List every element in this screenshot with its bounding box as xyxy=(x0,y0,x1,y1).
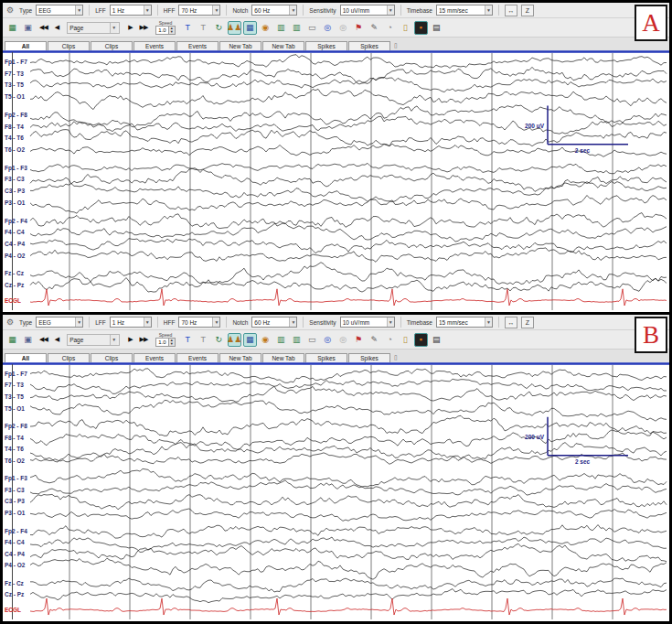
screen-copy-icon[interactable]: ▥ xyxy=(290,333,304,347)
montage-grid-icon[interactable]: ▦ xyxy=(5,21,19,35)
tab-new-tab[interactable]: New Tab xyxy=(262,41,304,50)
tab-clips[interactable]: Clips xyxy=(91,41,133,50)
video-camera-icon[interactable]: ▣ xyxy=(21,21,35,35)
new-tab-page-icon[interactable]: ▯ xyxy=(394,42,398,50)
monitor-icon[interactable]: ▤ xyxy=(430,21,443,35)
monitor-icon[interactable]: ▤ xyxy=(430,333,443,347)
montage-table-icon[interactable]: ▦ xyxy=(243,21,257,35)
timebase-select[interactable]: 15 mm/sec▼ xyxy=(436,5,493,16)
montage-table-icon[interactable]: ▦ xyxy=(243,333,257,347)
settings-gear-icon[interactable]: ⚙ xyxy=(6,317,14,327)
fast-backward-button[interactable]: ◀◀ xyxy=(37,334,50,345)
channel-label: Cz - Pz xyxy=(5,591,24,597)
tab-all[interactable]: All xyxy=(5,353,47,362)
text-tool-icon[interactable]: T xyxy=(197,21,210,35)
spinner-arrows-icon[interactable]: ▲▼ xyxy=(168,27,175,34)
signature-icon[interactable]: ✎ xyxy=(368,21,381,35)
montage-reload-icon[interactable]: ↻ xyxy=(212,21,226,35)
clipboard-icon[interactable]: ▯ xyxy=(399,333,412,347)
notch-select[interactable]: 60 Hz▼ xyxy=(251,5,297,16)
fast-forward-button[interactable]: ▶▶ xyxy=(137,22,151,33)
lff-select[interactable]: 1 Hz▼ xyxy=(110,317,152,328)
previous-page-button[interactable]: ◀ xyxy=(52,334,61,345)
page-select[interactable]: Page▼ xyxy=(67,334,120,346)
tab-all[interactable]: All xyxy=(5,41,47,50)
screen-share-icon[interactable]: ▥ xyxy=(274,333,288,347)
patients-icon[interactable]: ♟♟ xyxy=(228,333,241,347)
annotate-text-icon[interactable]: T xyxy=(181,21,195,35)
annotation-flag-icon[interactable]: ⚑ xyxy=(352,21,366,35)
eeg-trace-F7-T3 xyxy=(30,67,667,84)
tab-events[interactable]: Events xyxy=(133,41,176,50)
speed-control[interactable]: Speed 1.0▲▼ xyxy=(155,21,175,35)
zoom-out-icon[interactable]: ◎ xyxy=(336,333,350,347)
hff-select[interactable]: 70 Hz▼ xyxy=(178,317,220,328)
tab-spikes[interactable]: Spikes xyxy=(305,353,347,362)
text-tool-icon[interactable]: T xyxy=(197,333,210,347)
next-page-button[interactable]: ▶ xyxy=(125,334,134,345)
channel-label: Fp2 - F8 xyxy=(5,423,27,430)
page-select[interactable]: Page▼ xyxy=(67,22,120,34)
eeg-display-area[interactable]: Fp1 - F7F7 - T3T3 - T5T5 - O1Fp2 - F8F8 … xyxy=(3,50,669,312)
eeg-trace-T4-T6 xyxy=(30,443,667,463)
lff-select[interactable]: 1 Hz▼ xyxy=(110,5,152,16)
eeg-display-area[interactable]: Fp1 - F7F7 - T3T3 - T5T5 - O1Fp2 - F8F8 … xyxy=(3,362,669,621)
printer-icon[interactable]: ▭ xyxy=(305,333,319,347)
eeg-trace-Cz-Pz xyxy=(30,589,667,603)
annotate-text-icon[interactable]: T xyxy=(181,333,195,347)
fit-width-button[interactable]: ↔ xyxy=(505,5,517,16)
speed-control[interactable]: Speed 1.0▲▼ xyxy=(155,333,175,347)
signature-icon[interactable]: ✎ xyxy=(368,333,381,347)
eeg-trace-T5-O1 xyxy=(30,89,667,109)
fast-backward-button[interactable]: ◀◀ xyxy=(37,22,50,33)
zoom-in-icon[interactable]: ◎ xyxy=(321,333,335,347)
next-page-button[interactable]: ▶ xyxy=(125,22,134,33)
sensitivity-select[interactable]: 10 uV/mm▼ xyxy=(340,317,395,328)
type-select[interactable]: EEG▼ xyxy=(36,5,83,16)
tab-new-tab[interactable]: New Tab xyxy=(219,41,261,50)
tab-new-tab[interactable]: New Tab xyxy=(219,353,261,362)
tab-clips[interactable]: Clips xyxy=(48,353,90,362)
zoom-in-icon[interactable]: ◎ xyxy=(321,21,335,35)
clock-icon[interactable]: ◔ xyxy=(383,21,397,35)
eeg-trace-Fz-Cz xyxy=(30,263,667,285)
fit-width-button[interactable]: ↔ xyxy=(505,317,517,328)
tab-clips[interactable]: Clips xyxy=(91,353,133,362)
type-select[interactable]: EEG▼ xyxy=(36,317,83,328)
tab-spikes[interactable]: Spikes xyxy=(348,41,390,50)
clock-icon[interactable]: ◔ xyxy=(383,333,397,347)
previous-page-button[interactable]: ◀ xyxy=(52,22,61,33)
record-icon[interactable]: ◉ xyxy=(259,333,272,347)
montage-reload-icon[interactable]: ↻ xyxy=(212,333,226,347)
sticky-note-icon[interactable]: ▪ xyxy=(414,333,428,347)
new-tab-page-icon[interactable]: ▯ xyxy=(394,354,398,362)
video-camera-icon[interactable]: ▣ xyxy=(21,333,35,347)
tab-clips[interactable]: Clips xyxy=(48,41,90,50)
annotation-flag-icon[interactable]: ⚑ xyxy=(352,333,366,347)
sticky-note-icon[interactable]: ▪ xyxy=(414,21,428,35)
hff-select[interactable]: 70 Hz▼ xyxy=(178,5,220,16)
screen-copy-icon[interactable]: ▥ xyxy=(290,21,304,35)
refresh-button[interactable]: Z xyxy=(521,317,534,328)
patients-icon[interactable]: ♟♟ xyxy=(228,21,241,35)
fast-forward-button[interactable]: ▶▶ xyxy=(137,334,151,345)
zoom-out-icon[interactable]: ◎ xyxy=(336,21,350,35)
tab-spikes[interactable]: Spikes xyxy=(305,41,347,50)
tab-events[interactable]: Events xyxy=(176,353,219,362)
notch-select[interactable]: 60 Hz▼ xyxy=(251,317,297,328)
tab-spikes[interactable]: Spikes xyxy=(348,353,390,362)
screen-share-icon[interactable]: ▥ xyxy=(274,21,288,35)
tab-new-tab[interactable]: New Tab xyxy=(262,353,304,362)
spinner-arrows-icon[interactable]: ▲▼ xyxy=(168,339,175,346)
tab-events[interactable]: Events xyxy=(176,41,219,50)
printer-icon[interactable]: ▭ xyxy=(305,21,319,35)
timebase-select[interactable]: 15 mm/sec▼ xyxy=(436,317,493,328)
sensitivity-select[interactable]: 10 uV/mm▼ xyxy=(340,5,395,16)
record-icon[interactable]: ◉ xyxy=(259,21,272,35)
refresh-button[interactable]: Z xyxy=(521,5,534,16)
channel-label: Fp2 - F4 xyxy=(5,528,27,535)
tab-events[interactable]: Events xyxy=(133,353,176,362)
settings-gear-icon[interactable]: ⚙ xyxy=(6,5,14,15)
clipboard-icon[interactable]: ▯ xyxy=(399,21,412,35)
montage-grid-icon[interactable]: ▦ xyxy=(5,333,19,347)
